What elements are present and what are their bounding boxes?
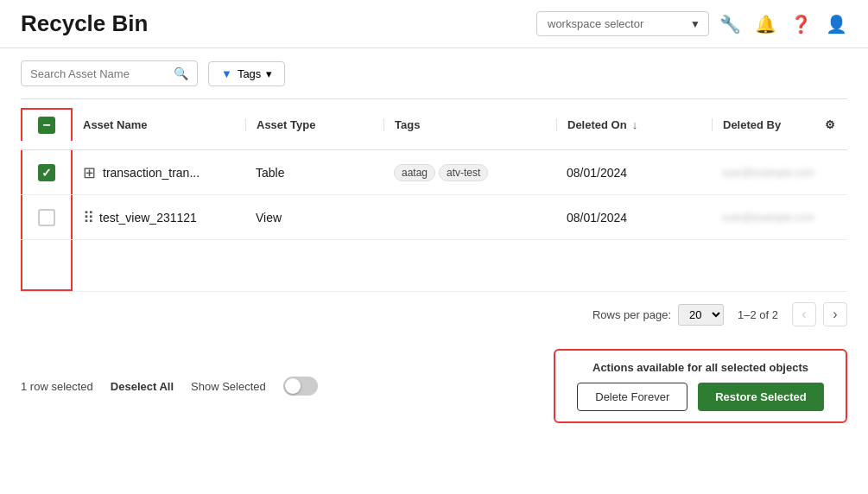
table-asset-icon: ⊞ bbox=[83, 163, 96, 182]
delete-forever-button[interactable]: Delete Forever bbox=[577, 383, 687, 411]
tags-button-label: Tags bbox=[238, 67, 261, 80]
search-icon: 🔍 bbox=[174, 66, 188, 80]
table-row: ✓ ⊞ transaction_tran... Table aatag atv-… bbox=[21, 150, 847, 195]
table-row: ⠿ test_view_231121 View 08/01/2024 user@… bbox=[21, 195, 847, 240]
row-2-checkbox[interactable] bbox=[38, 209, 55, 226]
next-page-button[interactable]: › bbox=[823, 302, 847, 326]
toolbar: 🔍 ▼ Tags ▾ bbox=[0, 48, 868, 98]
col-header-asset-name: Asset Name bbox=[73, 118, 245, 131]
toggle-knob bbox=[285, 378, 301, 394]
deselect-all-button[interactable]: Deselect All bbox=[111, 380, 174, 393]
filter-icon: ▼ bbox=[221, 67, 232, 80]
sort-desc-icon[interactable]: ↓ bbox=[632, 118, 638, 131]
rows-per-page-select[interactable]: 20 bbox=[678, 304, 724, 326]
top-bar: Recycle Bin workspace selector ▼ 🔧 🔔 ❓ 👤 bbox=[0, 0, 868, 48]
user-icon[interactable]: 👤 bbox=[826, 14, 847, 35]
select-all-header[interactable]: − bbox=[21, 108, 73, 141]
page-title: Recycle Bin bbox=[21, 10, 526, 37]
wrench-icon[interactable]: 🔧 bbox=[719, 14, 741, 35]
show-selected-toggle[interactable] bbox=[283, 377, 318, 396]
row-2-deleted-by: user@example.com bbox=[712, 212, 847, 224]
help-icon[interactable]: ❓ bbox=[790, 14, 812, 35]
bell-icon[interactable]: 🔔 bbox=[755, 14, 776, 35]
minus-icon: − bbox=[42, 118, 50, 132]
checkmark-icon: ✓ bbox=[41, 166, 52, 180]
search-input[interactable] bbox=[30, 67, 168, 80]
show-selected-label: Show Selected bbox=[191, 380, 266, 393]
search-box[interactable]: 🔍 bbox=[21, 60, 198, 86]
empty-row bbox=[21, 240, 847, 292]
row-1-asset-name: ⊞ transaction_tran... bbox=[73, 163, 245, 182]
col-header-tags: Tags bbox=[383, 118, 556, 131]
table-settings[interactable]: ⚙ bbox=[813, 118, 847, 131]
row-1-deleted-by-value: user@example.com bbox=[722, 167, 814, 179]
row-2-asset-type: View bbox=[245, 211, 383, 225]
table-footer: Rows per page: 20 1–2 of 2 ‹ › bbox=[0, 292, 868, 337]
tag-badge-aatag: aatag bbox=[394, 164, 435, 181]
row-2-asset-name: ⠿ test_view_231121 bbox=[73, 208, 245, 227]
row-1-asset-type: Table bbox=[245, 166, 383, 180]
actions-title: Actions available for all selected objec… bbox=[592, 361, 808, 374]
workspace-dropdown[interactable]: workspace selector bbox=[536, 11, 709, 36]
top-bar-icons: 🔧 🔔 ❓ 👤 bbox=[719, 14, 847, 35]
row-1-select[interactable]: ✓ bbox=[21, 150, 73, 194]
select-all-checkbox[interactable]: − bbox=[38, 117, 55, 134]
bottom-bar: 1 row selected Deselect All Show Selecte… bbox=[0, 337, 868, 435]
tags-dropdown-arrow: ▾ bbox=[266, 67, 272, 80]
col-header-asset-type: Asset Type bbox=[245, 118, 383, 131]
row-2-select[interactable] bbox=[21, 195, 73, 239]
col-header-deleted-by: Deleted By bbox=[712, 118, 813, 131]
row-1-tags: aatag atv-test bbox=[383, 164, 556, 181]
table-container: − Asset Name Asset Type Tags Deleted On … bbox=[0, 98, 868, 292]
gear-icon[interactable]: ⚙ bbox=[825, 118, 835, 131]
selected-count: 1 row selected bbox=[21, 380, 93, 393]
view-asset-icon: ⠿ bbox=[83, 208, 92, 227]
restore-selected-button[interactable]: Restore Selected bbox=[698, 383, 824, 411]
table-header: − Asset Name Asset Type Tags Deleted On … bbox=[21, 98, 847, 150]
col-header-deleted-on: Deleted On ↓ bbox=[556, 118, 712, 131]
rows-per-page: Rows per page: 20 bbox=[592, 304, 724, 326]
row-2-deleted-by-value: user@example.com bbox=[722, 212, 814, 224]
workspace-dropdown-wrapper[interactable]: workspace selector ▼ bbox=[536, 11, 709, 36]
page-nav: ‹ › bbox=[792, 302, 847, 326]
row-1-deleted-on: 08/01/2024 bbox=[556, 166, 712, 180]
rows-per-page-label: Rows per page: bbox=[592, 308, 671, 321]
row-1-deleted-by: user@example.com bbox=[712, 167, 847, 179]
tags-filter-button[interactable]: ▼ Tags ▾ bbox=[208, 61, 285, 86]
tag-badge-atv-test: atv-test bbox=[439, 164, 488, 181]
empty-row-select bbox=[21, 240, 73, 291]
actions-buttons: Delete Forever Restore Selected bbox=[577, 383, 823, 411]
actions-panel: Actions available for all selected objec… bbox=[554, 349, 847, 423]
row-2-deleted-on: 08/01/2024 bbox=[556, 211, 712, 225]
prev-page-button[interactable]: ‹ bbox=[792, 302, 816, 326]
row-1-checkbox[interactable]: ✓ bbox=[38, 164, 55, 181]
page-info: 1–2 of 2 bbox=[738, 308, 778, 321]
